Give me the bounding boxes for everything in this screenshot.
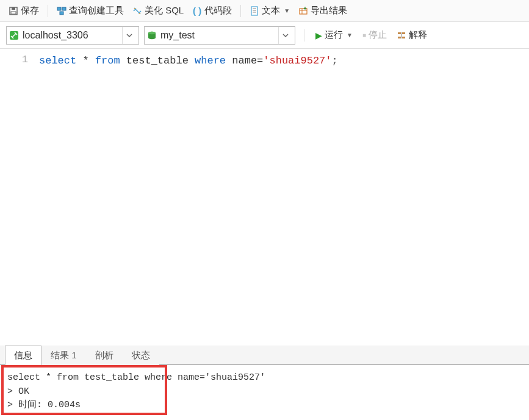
code-content[interactable]: select * from test_table where name='shu… xyxy=(37,49,529,346)
tab-result[interactable]: 结果 1 xyxy=(41,346,86,365)
code-text: * xyxy=(76,55,95,67)
database-select[interactable]: my_test xyxy=(144,26,295,45)
main-toolbar: 保存 查询创建工具 美化 SQL ( ) 代码段 文本 ▼ 导出结果 xyxy=(0,0,529,22)
code-text: ; xyxy=(332,55,338,67)
chevron-down-icon xyxy=(122,27,136,44)
export-icon xyxy=(298,6,308,16)
snippet-label: 代码段 xyxy=(204,5,232,16)
stop-button: ■ 停止 xyxy=(360,27,389,43)
snippet-icon: ( ) xyxy=(192,6,202,16)
keyword-from: from xyxy=(95,55,120,67)
string-literal: 'shuai9527' xyxy=(263,55,331,67)
connection-toolbar: localhost_3306 my_test ▶ 运行 ▼ ■ 停止 解释 xyxy=(0,22,529,49)
explain-icon xyxy=(397,31,406,40)
save-label: 保存 xyxy=(21,5,39,16)
query-builder-button[interactable]: 查询创建工具 xyxy=(53,3,128,18)
connection-icon xyxy=(9,31,19,40)
dropdown-caret-icon: ▼ xyxy=(284,7,290,14)
stop-icon: ■ xyxy=(362,32,366,38)
play-icon: ▶ xyxy=(315,31,322,40)
export-label: 导出结果 xyxy=(311,5,347,16)
query-builder-icon xyxy=(57,6,67,16)
svg-rect-20 xyxy=(398,37,401,38)
keyword-select: select xyxy=(39,55,76,67)
svg-rect-18 xyxy=(398,32,401,34)
save-icon xyxy=(9,6,18,16)
output-line: > 时间: 0.004s xyxy=(7,399,522,413)
separator xyxy=(48,5,48,17)
snippet-button[interactable]: ( ) 代码段 xyxy=(189,3,236,18)
separator xyxy=(240,5,241,17)
tab-status[interactable]: 状态 xyxy=(123,346,159,365)
dropdown-caret-icon: ▼ xyxy=(347,32,353,38)
text-button[interactable]: 文本 ▼ xyxy=(246,3,293,18)
svg-point-7 xyxy=(139,13,140,14)
svg-point-6 xyxy=(134,8,135,9)
tab-profile[interactable]: 剖析 xyxy=(86,346,123,365)
stop-label: 停止 xyxy=(369,29,387,41)
separator xyxy=(304,29,304,42)
connection-select[interactable]: localhost_3306 xyxy=(6,26,139,45)
svg-rect-21 xyxy=(402,37,405,38)
tab-info[interactable]: 信息 xyxy=(5,346,41,365)
code-text: test_table xyxy=(120,55,195,67)
output-line: > OK xyxy=(7,385,522,399)
explain-button[interactable]: 解释 xyxy=(394,27,430,43)
svg-point-17 xyxy=(148,31,156,34)
beautify-label: 美化 SQL xyxy=(145,5,184,16)
line-gutter: 1 xyxy=(0,49,37,346)
sql-editor[interactable]: 1 select * from test_table where name='s… xyxy=(0,49,529,346)
text-icon xyxy=(250,6,259,16)
line-number: 1 xyxy=(5,54,28,65)
svg-rect-3 xyxy=(57,7,61,10)
svg-rect-19 xyxy=(402,32,405,34)
code-text: name= xyxy=(226,55,263,67)
explain-label: 解释 xyxy=(409,29,427,41)
svg-rect-5 xyxy=(60,12,63,15)
connection-value: localhost_3306 xyxy=(23,30,118,41)
result-tabs: 信息 结果 1 剖析 状态 xyxy=(0,346,529,365)
beautify-icon xyxy=(132,6,142,16)
beautify-sql-button[interactable]: 美化 SQL xyxy=(129,3,187,18)
save-button[interactable]: 保存 xyxy=(5,3,43,18)
svg-rect-8 xyxy=(251,7,257,15)
database-value: my_test xyxy=(160,30,275,41)
database-icon xyxy=(147,31,157,40)
export-button[interactable]: 导出结果 xyxy=(295,3,351,18)
query-builder-label: 查询创建工具 xyxy=(69,5,124,16)
svg-rect-4 xyxy=(62,7,66,10)
chevron-down-icon xyxy=(278,27,292,44)
svg-rect-1 xyxy=(12,7,15,10)
run-button[interactable]: ▶ 运行 ▼ xyxy=(313,27,355,43)
output-line: select * from test_table where name='shu… xyxy=(7,371,522,385)
keyword-where: where xyxy=(195,55,226,67)
run-label: 运行 xyxy=(325,29,343,41)
svg-rect-12 xyxy=(300,9,307,14)
text-label: 文本 xyxy=(262,5,280,16)
svg-rect-2 xyxy=(11,12,16,14)
output-pane: select * from test_table where name='shu… xyxy=(0,365,529,420)
